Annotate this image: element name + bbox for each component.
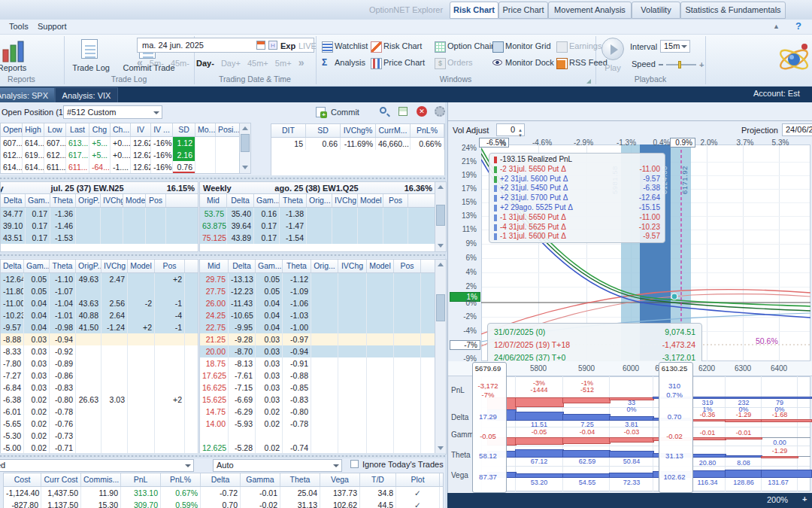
menu-tools[interactable]: Tools xyxy=(5,21,33,32)
projection-date-field[interactable]: 24/06/2025 xyxy=(782,123,812,136)
table-row[interactable]: 39.100.17-1.46 xyxy=(1,220,198,232)
table-row[interactable] xyxy=(200,430,435,442)
mode-dropdown[interactable]: Auto xyxy=(213,459,342,472)
tab-analysis-spx[interactable]: Analysis: SPX xyxy=(0,87,55,103)
chain-scrollbar[interactable] xyxy=(435,259,447,455)
option-chain-button[interactable]: Option Chain xyxy=(447,41,495,50)
table-row[interactable]: -6.840.03-0.83 xyxy=(1,382,198,394)
live-label[interactable]: LIVE xyxy=(298,39,317,53)
splitter[interactable] xyxy=(0,175,445,181)
speed-slider-thumb[interactable] xyxy=(678,61,681,68)
table-row[interactable]: -8.880.03-0.94 xyxy=(1,333,198,345)
table-row[interactable]: 607...614...607...613...+5...+0....12.62… xyxy=(1,137,240,149)
search-icon[interactable] xyxy=(380,107,386,114)
export-icon[interactable] xyxy=(398,107,408,116)
position-dropdown[interactable]: #512 Custom xyxy=(63,105,162,119)
table-row[interactable]: -11.800.05-1.07 xyxy=(1,285,198,297)
table-row[interactable]: -9.570.04-0.9841.50-1.24+2-1 xyxy=(1,321,198,333)
table-row[interactable]: -11.000.04-1.0443.632.56-2-1 xyxy=(1,297,198,309)
speed-slider[interactable] xyxy=(666,64,696,65)
table-row[interactable]: 17.625-7.610.03-0.88 xyxy=(200,370,435,382)
table-row[interactable]: -1,124.401,437.5011.90313.100.67%-0.72-0… xyxy=(4,487,443,499)
splitter[interactable] xyxy=(0,453,445,458)
table-row[interactable]: -5.000.02-0.71 xyxy=(1,442,198,454)
table-row[interactable]: -10.230.04-1.0140.882.64-4 xyxy=(1,309,198,321)
table-row[interactable]: 12.625-5.280.02-0.74 xyxy=(200,442,435,454)
monitor-dock-button[interactable]: Monitor Dock xyxy=(505,58,554,67)
table-row[interactable]: 29.75-13.130.05-1.12 xyxy=(200,273,435,285)
analysis-button[interactable]: Analysis xyxy=(335,58,365,67)
table-row[interactable]: 63.87539.640.17-1.47 xyxy=(200,220,435,232)
combine-dropdown[interactable]: Combined xyxy=(0,459,194,472)
tab-price-chart[interactable]: Price Chart xyxy=(498,2,548,19)
reports-icon[interactable] xyxy=(2,39,27,63)
table-row[interactable]: 27.75-12.230.05-1.09 xyxy=(200,285,435,297)
help-icon[interactable]: ? xyxy=(795,20,801,32)
table-row[interactable]: 53.7535.400.16-1.38 xyxy=(200,208,435,220)
table-row[interactable]: 14.00-5.930.02-0.78 xyxy=(200,418,435,430)
table-row[interactable]: 21.25-9.280.03-0.97 xyxy=(200,333,435,345)
step-5m-plus[interactable]: 5m+ xyxy=(275,59,292,68)
vol-adjust-spinner[interactable]: 0 ▲ ▼ xyxy=(496,123,525,136)
close-position-icon[interactable]: ✕ xyxy=(417,106,427,117)
table-row[interactable]: 75.12543.890.17-1.54 xyxy=(200,232,435,244)
table-row[interactable]: 15.625-6.690.03-0.83 xyxy=(200,394,435,406)
ignore-trades-checkbox[interactable] xyxy=(350,460,359,468)
table-row[interactable]: 14.75-6.290.02-0.80 xyxy=(200,406,435,418)
table-row[interactable]: 34.770.17-1.36 xyxy=(1,208,198,220)
trading-date-field[interactable]: ma. 24 jun. 2025 H Exp LIVE xyxy=(137,38,314,53)
table-row[interactable]: 26.00-11.430.04-1.06 xyxy=(200,297,435,309)
step-45m-plus[interactable]: 45m+ xyxy=(247,59,268,68)
zoom-in-icon[interactable]: + xyxy=(802,494,807,503)
calendar-icon[interactable] xyxy=(256,41,265,50)
menu-support[interactable]: Support xyxy=(33,21,71,32)
table-row[interactable]: -5.650.02-0.76 xyxy=(1,418,198,430)
expiry-scrollbar[interactable] xyxy=(435,181,447,252)
table-row[interactable]: -7.270.03-0.86 xyxy=(1,370,198,382)
trade-log-button[interactable]: Trade Log xyxy=(68,63,114,72)
step-day-plus[interactable]: Day+ xyxy=(221,59,241,68)
play-button[interactable] xyxy=(601,38,624,60)
table-row[interactable]: 150.66-11.69%46,660...0.66% xyxy=(271,138,444,150)
speed-minus-icon[interactable] xyxy=(659,64,663,65)
step-45m-minus[interactable]: 45m- xyxy=(171,59,189,68)
tab-movement-analysis[interactable]: Movement Analysis xyxy=(548,2,632,19)
quote-scrollbar[interactable] xyxy=(239,123,251,174)
monitor-grid-button[interactable]: Monitor Grid xyxy=(505,41,551,50)
step-day-minus[interactable]: Day- xyxy=(196,59,214,68)
table-row[interactable]: 16.625-7.150.03-0.85 xyxy=(200,382,435,394)
table-row[interactable]: 612...619...612...617...+5...+0....12.62… xyxy=(1,149,240,161)
table-row[interactable]: 24.25-10.650.04-1.03 xyxy=(200,309,435,321)
earnings-button[interactable]: Earnings xyxy=(569,41,601,50)
tab-analysis-vix[interactable]: Analysis: VIX xyxy=(55,87,118,103)
table-row[interactable]: -6.010.02-0.78 xyxy=(1,406,198,418)
table-row[interactable]: 18.75-8.130.03-0.91 xyxy=(200,357,435,370)
table-row[interactable]: -5.300.02-0.73 xyxy=(1,430,198,442)
ribbon-collapse-icon[interactable]: ▲ xyxy=(773,23,780,30)
step-forward-icon[interactable]: » xyxy=(298,56,304,68)
table-row[interactable]: -827.801,137.5015.30309.700.59%0.70-0.02… xyxy=(4,499,443,508)
reports-button[interactable]: Reports xyxy=(0,63,35,72)
tab-volatility[interactable]: Volatility xyxy=(632,2,680,19)
gear-icon[interactable] xyxy=(435,106,445,117)
windows-dialog-launcher-icon[interactable] xyxy=(586,79,591,84)
commit-button[interactable]: Commit xyxy=(331,108,359,117)
table-row[interactable]: 43.510.17-1.53 xyxy=(1,232,198,244)
table-row[interactable]: -6.380.02-0.8026.633.03+2 xyxy=(1,394,198,406)
watchlist-button[interactable]: Watchlist xyxy=(335,41,368,50)
interval-dropdown[interactable]: 15m xyxy=(660,40,690,53)
step-back-icon[interactable]: « xyxy=(137,56,143,68)
tab-risk-chart[interactable]: Risk Chart xyxy=(450,2,498,19)
time-icon[interactable]: H xyxy=(268,41,277,50)
speed-plus-icon[interactable]: + xyxy=(699,60,704,69)
table-row[interactable]: -8.330.03-0.92 xyxy=(1,345,198,357)
table-row[interactable]: 614...614...611...611...-64...-1....12.6… xyxy=(1,161,240,173)
splitter[interactable] xyxy=(0,252,445,258)
tab-statistics[interactable]: Statistics & Fundamentals xyxy=(680,2,786,19)
exp-label[interactable]: Exp xyxy=(280,39,295,53)
spinner-down-icon[interactable]: ▼ xyxy=(518,130,523,141)
risk-chart-button[interactable]: Risk Chart xyxy=(383,41,422,50)
table-row[interactable]: 20.00-8.700.03-0.94 xyxy=(200,345,435,357)
step-5m-minus[interactable]: 5m- xyxy=(150,59,164,68)
table-row[interactable]: -7.800.03-0.89 xyxy=(1,357,198,370)
